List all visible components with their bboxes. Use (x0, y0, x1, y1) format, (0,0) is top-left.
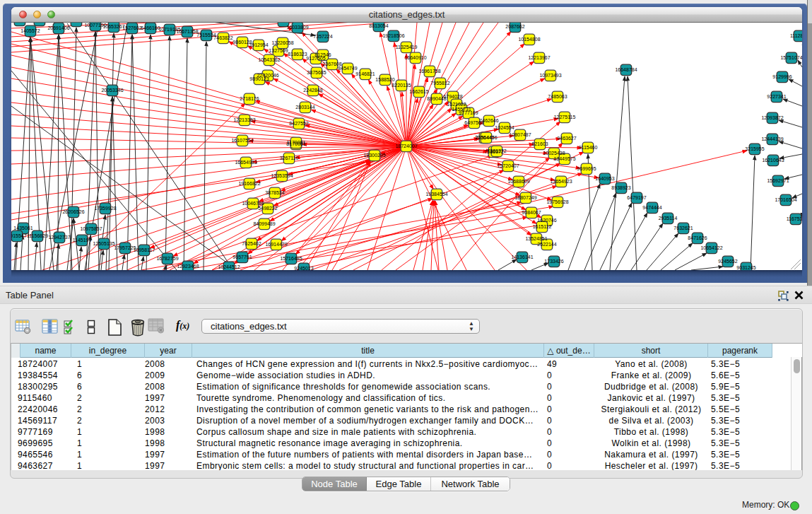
svg-text:9115460: 9115460 (579, 145, 598, 150)
svg-text:12353594: 12353594 (271, 173, 293, 178)
svg-text:3267110: 3267110 (280, 156, 299, 160)
svg-text:6479197: 6479197 (627, 195, 646, 200)
svg-text:812546: 812546 (314, 52, 331, 57)
svg-text:2522144: 2522144 (537, 242, 556, 247)
svg-text:18807249: 18807249 (514, 195, 536, 200)
svg-text:15692971: 15692971 (767, 178, 789, 183)
svg-text:1327509: 1327509 (269, 48, 288, 53)
svg-text:15720407: 15720407 (497, 163, 519, 168)
svg-text:9245652: 9245652 (718, 259, 737, 264)
svg-text:10244512: 10244512 (218, 264, 240, 269)
svg-text:17359928: 17359928 (94, 206, 116, 211)
svg-text:7462646: 7462646 (479, 118, 498, 123)
svg-text:7632621: 7632621 (673, 226, 693, 230)
svg-text:26206526: 26206526 (62, 209, 84, 214)
svg-text:10654122: 10654122 (700, 245, 722, 250)
svg-text:9657791: 9657791 (233, 255, 252, 259)
svg-text:3875685: 3875685 (307, 70, 326, 75)
svg-text:8220135: 8220135 (392, 83, 411, 88)
svg-text:10653267: 10653267 (102, 24, 124, 29)
svg-text:15751074: 15751074 (780, 55, 802, 60)
svg-text:10807487: 10807487 (509, 132, 531, 137)
svg-text:8186323: 8186323 (288, 52, 307, 57)
svg-text:8454749: 8454749 (338, 66, 357, 71)
svg-text:9777169: 9777169 (459, 110, 478, 115)
svg-text:19384554: 19384554 (425, 192, 447, 197)
svg-text:9084067: 9084067 (522, 210, 541, 215)
svg-text:10025438: 10025438 (543, 151, 565, 156)
svg-text:1662615: 1662615 (409, 89, 428, 94)
svg-text:1405572: 1405572 (20, 28, 40, 33)
svg-text:5498222: 5498222 (258, 206, 277, 211)
svg-text:9463627: 9463627 (557, 136, 576, 141)
svg-text:20691406: 20691406 (47, 25, 69, 30)
svg-text:3215955: 3215955 (745, 146, 764, 151)
svg-text:12275115: 12275115 (554, 115, 576, 119)
svg-text:10154808: 10154808 (518, 37, 540, 42)
svg-text:9227341: 9227341 (767, 94, 786, 99)
svg-text:1527602: 1527602 (122, 25, 141, 30)
svg-text:3878534: 3878534 (265, 190, 284, 195)
svg-text:1435061: 1435061 (13, 226, 33, 230)
svg-text:16782759: 16782759 (156, 256, 178, 261)
svg-text:8471626: 8471626 (688, 235, 707, 240)
svg-text:19756928: 19756928 (546, 199, 568, 204)
svg-text:2087662: 2087662 (505, 24, 524, 29)
svg-text:3915547: 3915547 (11, 233, 27, 238)
svg-text:1615112: 1615112 (533, 224, 552, 229)
svg-text:16107554: 16107554 (231, 138, 253, 143)
svg-text:1621022: 1621022 (447, 102, 466, 107)
svg-text:2055724: 2055724 (66, 23, 86, 23)
svg-text:13226058: 13226058 (271, 40, 293, 45)
svg-text:1167534: 1167534 (787, 216, 802, 221)
svg-text:9890123: 9890123 (249, 76, 269, 81)
svg-text:9474444: 9474444 (642, 205, 661, 210)
svg-text:2935114: 2935114 (659, 216, 678, 221)
svg-text:7357224: 7357224 (313, 34, 332, 39)
svg-text:13654923: 13654923 (550, 179, 572, 184)
svg-text:11325419: 11325419 (396, 45, 418, 49)
svg-text:12213383: 12213383 (233, 117, 255, 122)
svg-text:17016504: 17016504 (775, 197, 796, 202)
svg-text:10973493: 10973493 (539, 73, 561, 78)
svg-text:9699695: 9699695 (577, 166, 596, 171)
svg-text:16033809: 16033809 (286, 25, 308, 30)
svg-text:1640953: 1640953 (595, 176, 614, 181)
svg-text:16671358: 16671358 (176, 29, 198, 34)
svg-text:2803144: 2803144 (295, 105, 314, 110)
svg-text:12093872: 12093872 (761, 115, 783, 120)
svg-text:20053346: 20053346 (101, 88, 123, 93)
svg-text:8938923: 8938923 (611, 185, 630, 190)
svg-text:16648784: 16648784 (615, 67, 637, 72)
svg-text:18300295: 18300295 (363, 153, 385, 158)
svg-text:7485063: 7485063 (548, 94, 567, 99)
svg-text:14136141: 14136141 (511, 255, 533, 259)
svg-text:2242848: 2242848 (303, 88, 322, 93)
svg-text:12444139: 12444139 (761, 136, 783, 141)
svg-text:3912954: 3912954 (249, 42, 268, 47)
svg-text:16914479: 16914479 (265, 242, 287, 247)
svg-text:6794028: 6794028 (443, 94, 462, 99)
svg-text:7386372: 7386372 (487, 148, 506, 153)
svg-text:2718176: 2718176 (240, 96, 259, 101)
svg-text:10046786: 10046786 (242, 201, 264, 206)
svg-text:18724007: 18724007 (395, 144, 417, 148)
svg-text:16210643: 16210643 (762, 158, 784, 163)
svg-text:9031245: 9031245 (736, 265, 755, 270)
svg-text:13524851: 13524851 (525, 236, 547, 241)
svg-text:1024554: 1024554 (495, 125, 514, 130)
svg-text:7463822: 7463822 (213, 35, 233, 40)
svg-text:84099489: 84099489 (253, 221, 275, 226)
svg-text:19166822: 19166822 (238, 181, 260, 186)
svg-text:9146821: 9146821 (355, 71, 375, 76)
svg-text:13449575: 13449575 (553, 156, 575, 161)
svg-text:1733426: 1733426 (544, 259, 563, 264)
svg-text:12505135: 12505135 (93, 241, 114, 246)
svg-text:12213967: 12213967 (528, 55, 550, 60)
svg-text:9129996: 9129996 (772, 74, 792, 79)
svg-text:1588520: 1588520 (375, 77, 394, 82)
svg-text:621603: 621603 (531, 141, 548, 146)
svg-text:1620746: 1620746 (537, 218, 556, 223)
svg-text:16961758: 16961758 (418, 69, 440, 74)
svg-text:10543362: 10543362 (258, 57, 280, 62)
